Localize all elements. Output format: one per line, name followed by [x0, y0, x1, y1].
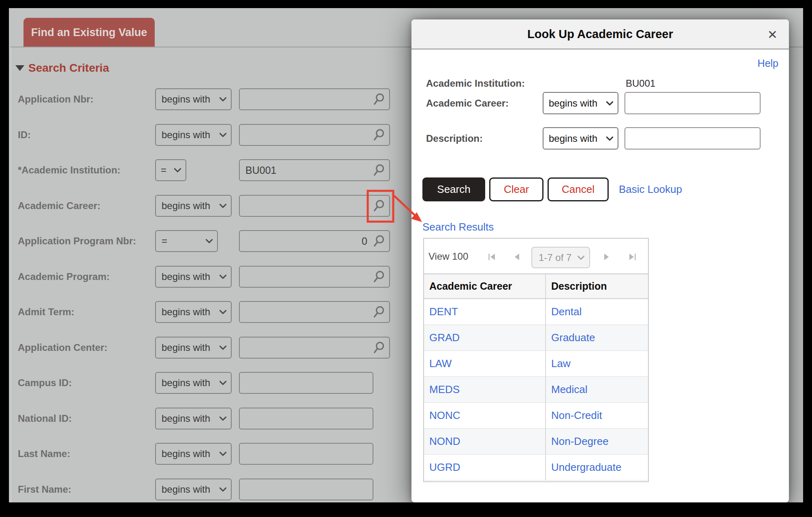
lookup-icon[interactable]: [373, 306, 386, 318]
operator-value: begins with: [162, 413, 210, 424]
result-career-link[interactable]: UGRD: [429, 461, 460, 474]
collapse-triangle-icon: [15, 65, 24, 71]
operator-select[interactable]: begins with: [155, 266, 232, 288]
column-header-description[interactable]: Description: [551, 280, 607, 292]
results-grid: View 100 1-7 of 7 Acade: [423, 238, 649, 482]
operator-select[interactable]: begins with: [155, 88, 232, 110]
operator-select[interactable]: =: [155, 230, 218, 252]
operator-value: begins with: [162, 271, 210, 282]
tab-find-existing-value[interactable]: Find an Existing Value: [23, 18, 155, 47]
operator-value: begins with: [162, 484, 210, 495]
column-header-career[interactable]: Academic Career: [429, 280, 512, 292]
search-button[interactable]: Search: [422, 177, 485, 201]
value-input[interactable]: [239, 337, 390, 359]
field-label: Academic Program:: [18, 271, 110, 282]
operator-value: begins with: [162, 377, 210, 389]
result-career-link[interactable]: NONC: [429, 409, 460, 422]
result-career-link[interactable]: LAW: [429, 357, 452, 370]
result-career-link[interactable]: DENT: [429, 306, 458, 318]
first-page-icon[interactable]: [487, 252, 497, 262]
field-label: Academic Career:: [18, 200, 100, 212]
description-operator-value: begins with: [549, 133, 597, 144]
value-input[interactable]: [239, 443, 373, 465]
result-description-link[interactable]: Dental: [551, 306, 582, 318]
institution-label: Academic Institution:: [426, 78, 525, 89]
description-operator-select[interactable]: begins with: [543, 127, 618, 150]
previous-page-icon[interactable]: [512, 252, 522, 262]
description-input[interactable]: [624, 127, 761, 150]
value-input[interactable]: [239, 195, 390, 217]
result-description-link[interactable]: Undergraduate: [551, 461, 621, 474]
last-page-icon[interactable]: [627, 252, 637, 262]
lookup-icon[interactable]: [373, 93, 386, 106]
career-operator-select[interactable]: begins with: [543, 92, 618, 114]
lookup-icon[interactable]: [373, 270, 386, 283]
operator-select[interactable]: begins with: [155, 337, 232, 359]
lookup-icon[interactable]: [373, 128, 386, 141]
result-description-link[interactable]: Law: [551, 357, 571, 370]
input-value: BU001: [245, 164, 276, 176]
basic-lookup-link[interactable]: Basic Lookup: [619, 177, 682, 201]
result-description-link[interactable]: Non-Degree: [551, 435, 609, 448]
results-body: DENTDentalGRADGraduateLAWLawMEDSMedicalN…: [424, 299, 648, 481]
next-page-icon[interactable]: [601, 252, 611, 262]
value-input[interactable]: [239, 408, 373, 429]
operator-value: begins with: [162, 200, 210, 212]
screenshot-frame: Find an Existing Value Search Criteria A…: [0, 0, 812, 517]
result-row: MEDSMedical: [424, 377, 648, 403]
view-100-link[interactable]: View 100: [428, 239, 468, 274]
career-label: Academic Career:: [426, 98, 509, 109]
result-description-link[interactable]: Medical: [551, 383, 588, 396]
operator-value: begins with: [162, 129, 210, 141]
career-operator-value: begins with: [549, 98, 597, 109]
lookup-icon[interactable]: [373, 164, 386, 177]
operator-select[interactable]: begins with: [155, 195, 232, 217]
operator-value: begins with: [162, 448, 210, 459]
operator-value: =: [161, 164, 166, 176]
value-input[interactable]: [239, 266, 390, 288]
close-icon[interactable]: ✕: [767, 19, 778, 49]
search-criteria-heading[interactable]: Search Criteria: [15, 62, 109, 75]
row-range-select[interactable]: 1-7 of 7: [531, 247, 590, 268]
operator-select[interactable]: =: [155, 159, 186, 181]
field-label: Last Name:: [18, 448, 70, 459]
lookup-icon[interactable]: [373, 235, 386, 248]
field-label: National ID:: [18, 413, 72, 424]
value-input[interactable]: [239, 301, 390, 323]
value-input[interactable]: [239, 124, 390, 146]
cancel-button[interactable]: Cancel: [548, 177, 609, 201]
value-input[interactable]: 0: [239, 230, 390, 252]
result-row: DENTDental: [424, 299, 648, 325]
value-input[interactable]: [239, 88, 390, 110]
lookup-icon[interactable]: [373, 341, 386, 354]
value-input[interactable]: BU001: [239, 159, 390, 181]
operator-select[interactable]: begins with: [155, 372, 232, 394]
description-label: Description:: [426, 133, 483, 144]
result-career-link[interactable]: NOND: [429, 435, 460, 448]
field-label: Admit Term:: [18, 306, 75, 318]
search-results-heading: Search Results: [422, 221, 494, 233]
result-career-link[interactable]: GRAD: [429, 331, 460, 344]
clear-button[interactable]: Clear: [489, 177, 543, 201]
field-label: Application Program Nbr:: [18, 235, 136, 247]
result-description-link[interactable]: Non-Credit: [551, 409, 602, 422]
input-value: 0: [362, 235, 367, 247]
value-input[interactable]: [239, 479, 373, 500]
help-link[interactable]: Help: [758, 58, 778, 69]
operator-value: =: [162, 235, 167, 247]
operator-value: begins with: [162, 306, 210, 318]
operator-select[interactable]: begins with: [155, 408, 232, 429]
institution-value: BU001: [626, 78, 655, 89]
result-row: LAWLaw: [424, 351, 648, 377]
operator-value: begins with: [162, 94, 210, 105]
career-input[interactable]: [624, 92, 761, 114]
operator-select[interactable]: begins with: [155, 301, 232, 323]
operator-select[interactable]: begins with: [155, 443, 232, 465]
field-label: *Academic Institution:: [18, 164, 120, 176]
result-career-link[interactable]: MEDS: [429, 383, 460, 396]
value-input[interactable]: [239, 372, 373, 394]
lookup-icon[interactable]: [373, 199, 386, 212]
operator-select[interactable]: begins with: [155, 479, 232, 500]
result-description-link[interactable]: Graduate: [551, 331, 595, 344]
operator-select[interactable]: begins with: [155, 124, 232, 146]
